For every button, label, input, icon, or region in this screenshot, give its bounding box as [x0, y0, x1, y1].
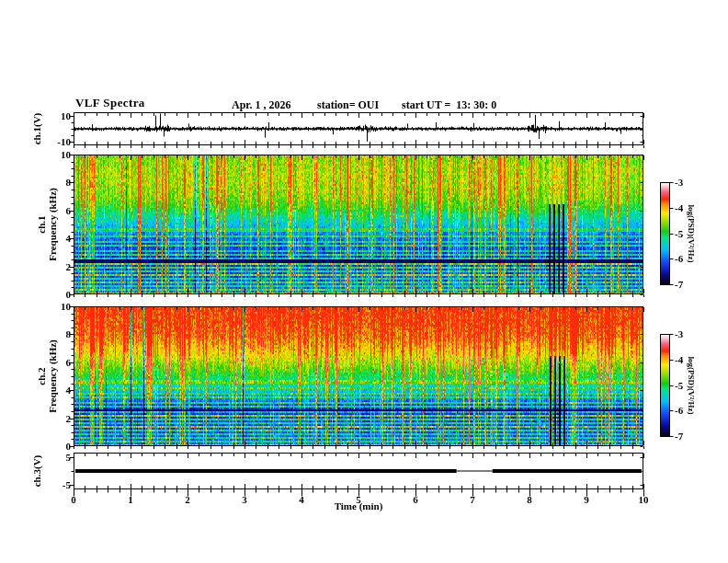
x-tick-label: 9	[584, 495, 589, 505]
ch1-voltage-axis-label: ch.1(V)	[31, 113, 42, 145]
y-tick-label: 6	[66, 205, 72, 215]
x-tick-label: 0	[71, 495, 76, 505]
y-tick-label: 0	[66, 290, 72, 300]
ch1-frequency-axis-line1: ch.1	[36, 188, 47, 261]
x-tick-label: 10	[639, 495, 649, 505]
y-tick-label: 2	[66, 261, 72, 271]
colorbar-tick-label: -6	[675, 406, 683, 416]
ch3-voltage-axis-label: ch.3(V)	[31, 455, 42, 488]
colorbar-tick-label: -7	[675, 431, 683, 442]
x-tick-label: 1	[128, 495, 133, 505]
colorbar-tick-label: -4	[675, 202, 683, 213]
figure-title: VLF Spectra	[75, 96, 145, 110]
colorbar-label-ch1: log(PSD)(V²/Hz)	[687, 204, 696, 262]
y-tick-label: 8	[66, 329, 72, 339]
y-tick-label: 0	[66, 442, 72, 452]
y-tick-label: -10	[57, 136, 71, 146]
colorbar-tick-label: -4	[675, 354, 683, 364]
start-ut-label: start UT = 13: 30: 0	[402, 98, 496, 112]
x-tick-label: 6	[413, 495, 418, 505]
x-tick-label: 4	[299, 495, 304, 505]
y-tick-label: 6	[66, 357, 72, 367]
y-tick-label: 4	[66, 385, 72, 396]
ch2-frequency-axis-line1: ch.2	[36, 339, 47, 413]
y-tick-label: 8	[66, 178, 72, 188]
y-tick-label: 2	[66, 413, 72, 423]
colorbar-tick-label: -5	[675, 380, 683, 390]
y-tick-label: 4	[66, 234, 72, 244]
colorbar-tick-label: -7	[675, 280, 683, 290]
x-tick-label: 7	[470, 495, 475, 505]
colorbar-label-ch2: log(PSD)(V²/Hz)	[687, 356, 696, 414]
y-tick-label: 10	[61, 302, 71, 312]
station-label: station= OUI	[317, 98, 379, 112]
plot-canvas	[0, 0, 728, 563]
colorbar-tick-label: -5	[675, 228, 683, 238]
x-tick-label: 5	[356, 495, 361, 505]
x-tick-label: 3	[242, 495, 247, 505]
ch1-frequency-axis-line2: Frequency (kHz)	[47, 188, 58, 261]
x-tick-label: 8	[527, 495, 532, 505]
ch2-frequency-axis-label: ch.2 Frequency (kHz)	[36, 339, 58, 413]
ch2-frequency-axis-line2: Frequency (kHz)	[47, 339, 58, 413]
colorbar-tick-label: -3	[675, 329, 683, 339]
date-label: Apr. 1 , 2026	[232, 98, 291, 112]
y-tick-label: 5	[66, 452, 72, 462]
y-tick-label: 10	[61, 150, 71, 160]
colorbar-tick-label: -3	[675, 178, 683, 188]
y-tick-label: 10	[61, 111, 71, 121]
ch1-frequency-axis-label: ch.1 Frequency (kHz)	[36, 188, 58, 261]
colorbar-tick-label: -6	[675, 254, 683, 264]
vlf-spectra-figure: VLF Spectra Apr. 1 , 2026 station= OUI s…	[0, 0, 728, 563]
y-tick-label: -5	[63, 480, 71, 490]
x-tick-label: 2	[185, 495, 190, 505]
